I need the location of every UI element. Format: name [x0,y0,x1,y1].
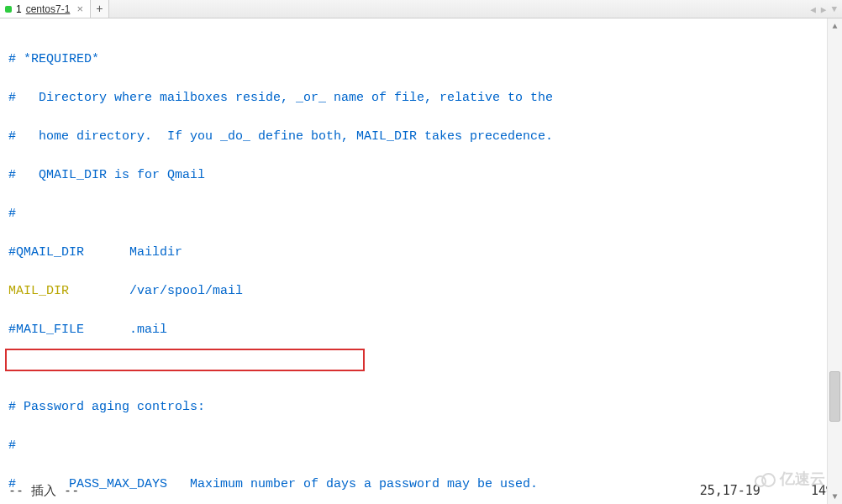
tab-nav-prev-icon[interactable]: ◀ [810,4,816,15]
scrollbar-up-icon[interactable]: ▲ [828,18,842,34]
scrollbar-down-icon[interactable]: ▼ [828,489,842,504]
editor-line: # QMAIL_DIR is for Qmail [8,165,834,185]
scrollbar[interactable]: ▲ ▼ [827,18,842,504]
editor-line: # *REQUIRED* [8,50,834,69]
editor-line: #QMAIL_DIR Maildir [8,243,834,262]
editor-line: # [8,204,834,223]
tab-index: 1 [16,3,22,15]
editor-line: # Password aging controls: [8,397,834,417]
tab-status-dot [5,6,12,13]
editor-line: #MAIL_FILE .mail [8,320,834,339]
tab-nav: ◀ ▶ ▼ [805,0,842,18]
editor-mode: -- 插入 -- [8,483,79,499]
editor-line: # Directory where mailboxes reside, _or_… [8,88,834,108]
tab-add-button[interactable]: + [91,0,109,18]
tab-close-icon[interactable]: × [76,3,83,15]
editor-line: # home directory. If you _do_ define bot… [8,127,834,146]
editor-line: # [8,436,834,455]
tab-nav-menu-icon[interactable]: ▼ [831,4,837,14]
tab-active[interactable]: 1 centos7-1 × [0,0,91,18]
tab-title: centos7-1 [26,3,71,15]
cursor-position: 25,17-19 [700,483,760,499]
config-value: /var/spool/mail [129,284,243,298]
config-key: MAIL_DIR [8,284,69,298]
status-line: -- 插入 -- 25,17-19 14% [8,483,834,499]
tab-bar: 1 centos7-1 × + ◀ ▶ ▼ [0,0,842,18]
scrollbar-thumb[interactable] [829,371,840,422]
editor-line [8,359,834,378]
tab-nav-next-icon[interactable]: ▶ [821,4,827,15]
editor-line: MAIL_DIR /var/spool/mail [8,281,834,301]
terminal-editor[interactable]: # *REQUIRED* # Directory where mailboxes… [0,18,842,504]
